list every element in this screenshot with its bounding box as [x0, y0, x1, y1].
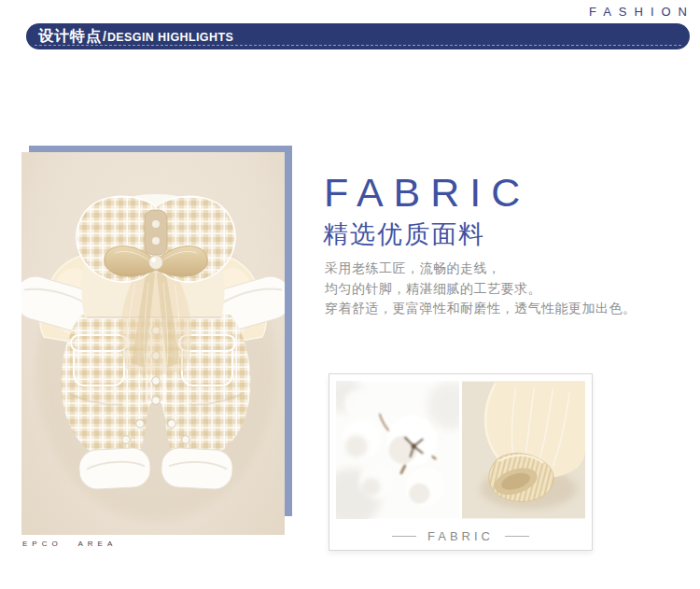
- banner-dashed-line: [35, 45, 681, 46]
- fabric-heading-cn: 精选优质面料: [323, 217, 485, 251]
- fabric-description-line: 均匀的针脚，精湛细腻的工艺要求。: [325, 279, 637, 300]
- product-detail-page: FASHION 设计特点 / DESGIN HIGHLIGHTS: [0, 0, 700, 589]
- baby-romper-illustration: [21, 152, 285, 535]
- banner-title-en: DESGIN HIGHLIGHTS: [107, 30, 233, 44]
- fabric-heading-en: FABRIC: [324, 170, 530, 216]
- fabric-description-line: 采用老练工匠，流畅的走线，: [325, 259, 637, 279]
- detail-caption: FABRIC: [329, 529, 592, 543]
- sleeve-cuff-image: [462, 381, 585, 519]
- product-photo: [21, 152, 285, 535]
- fabric-detail-card: FABRIC: [329, 373, 593, 551]
- detail-image-row: [336, 381, 585, 519]
- caption-dash-left: [392, 536, 416, 537]
- banner-title-cn: 设计特点: [38, 27, 102, 47]
- cotton-flower-image: [336, 381, 459, 519]
- watermark-epco: EPCO AREA: [22, 540, 117, 548]
- caption-dash-right: [505, 536, 529, 537]
- fabric-description: 采用老练工匠，流畅的走线， 均匀的针脚，精湛细腻的工艺要求。 穿着舒适，更富弹性…: [325, 259, 637, 319]
- banner-separator: /: [103, 29, 106, 44]
- design-highlights-banner: 设计特点 / DESGIN HIGHLIGHTS: [26, 23, 690, 49]
- fabric-description-line: 穿着舒适，更富弹性和耐磨性，透气性能更加出色。: [325, 299, 637, 319]
- fashion-label: FASHION: [589, 5, 694, 19]
- caption-label: FABRIC: [427, 529, 494, 543]
